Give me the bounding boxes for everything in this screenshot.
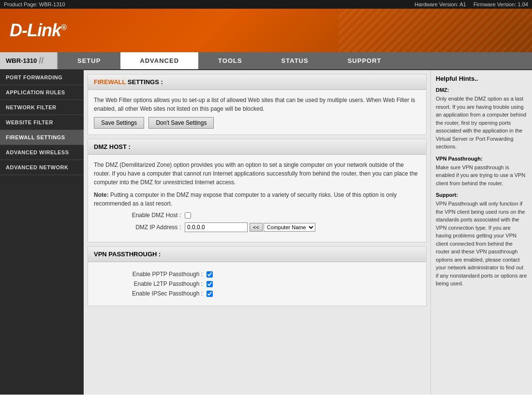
firewall-section-body: The Web Filter options allows you to set… — [88, 90, 426, 134]
ipsec-row: Enable IPSec Passthough : — [94, 290, 420, 297]
dmz-arrow-button[interactable]: << — [250, 223, 263, 232]
ipsec-checkbox[interactable] — [207, 291, 213, 297]
vpn-section: VPN PASSTHROUGH : Enable PPTP Passthough… — [88, 246, 427, 306]
save-settings-button[interactable]: Save Settings — [94, 117, 144, 129]
product-label: Product Page: WBR-1310 — [4, 1, 65, 7]
firewall-description: The Web Filter options allows you to set… — [94, 96, 420, 113]
vpn-title: VPN PASSTHROUGH : — [94, 251, 161, 258]
model-divider: // — [39, 56, 44, 66]
dont-save-settings-button[interactable]: Don't Save Settings — [148, 117, 214, 129]
l2tp-checkbox[interactable] — [207, 281, 213, 287]
sidebar-item-network-filter[interactable]: NETWORK FILTER — [0, 100, 84, 115]
sidebar-item-application-rules[interactable]: APPLICATION RULES — [0, 85, 84, 100]
vpn-hint-heading: VPN Passthrough: — [436, 156, 527, 162]
tab-status[interactable]: STATUS — [262, 52, 328, 69]
tab-support[interactable]: SUPPORT — [328, 52, 532, 69]
dmz-section: DMZ HOST : The DMZ (Demilitarized Zone) … — [88, 139, 427, 242]
tab-tools[interactable]: TOOLS — [199, 52, 262, 69]
dmz-hint-text: Only enable the DMZ option as a last res… — [436, 95, 527, 151]
enable-dmz-row: Enable DMZ Host : — [94, 212, 420, 219]
dmz-note: Note: Putting a computer in the DMZ may … — [94, 191, 420, 208]
vpn-hint-text: Make sure VPN passthrough is enabled if … — [436, 163, 527, 188]
dmz-hint-heading: DMZ: — [436, 87, 527, 93]
note-label: Note: — [94, 192, 109, 198]
hardware-version: Hardware Version: A1 — [414, 1, 466, 7]
pptp-row: Enable PPTP Passthough : — [94, 271, 420, 278]
nav-tabs: WBR-1310 // SETUP ADVANCED TOOLS STATUS … — [0, 52, 532, 70]
top-bar: Product Page: WBR-1310 Hardware Version:… — [0, 0, 532, 9]
tab-advanced[interactable]: ADVANCED — [120, 52, 199, 69]
firewall-title-highlight: FIREWALL — [94, 78, 126, 86]
l2tp-row: Enable L2TP Passthough : — [94, 280, 420, 287]
dmz-note-text: Putting a computer in the DMZ may expose… — [94, 192, 397, 207]
sidebar-item-advanced-network[interactable]: ADVANCED NETWORK — [0, 160, 84, 175]
dmz-section-body: The DMZ (Demilitarized Zone) option prov… — [88, 155, 426, 242]
hints-panel: Helpful Hints.. DMZ: Only enable the DMZ… — [430, 70, 532, 395]
ipsec-label: Enable IPSec Passthough : — [113, 290, 203, 297]
firewall-title-rest: SETTINGS : — [126, 78, 163, 86]
vpn-section-header: VPN PASSTHROUGH : — [88, 247, 426, 262]
vpn-section-body: Enable PPTP Passthough : Enable L2TP Pas… — [88, 262, 426, 306]
pptp-checkbox[interactable] — [207, 271, 213, 278]
enable-dmz-checkbox[interactable] — [185, 212, 191, 219]
content-area: FIREWALL SETTINGS : The Web Filter optio… — [84, 70, 430, 395]
computer-name-select[interactable]: Computer Name — [264, 223, 315, 232]
firewall-section-header: FIREWALL SETTINGS : — [88, 74, 426, 90]
dmz-section-header: DMZ HOST : — [88, 139, 426, 155]
support-hint-heading: Support: — [436, 192, 527, 198]
sidebar-item-port-forwarding[interactable]: PORT FORWARDING — [0, 70, 84, 85]
dmz-description: The DMZ (Demilitarized Zone) option prov… — [94, 161, 420, 187]
dmz-title: DMZ HOST : — [94, 143, 131, 150]
header: D-Link® — [0, 9, 532, 52]
enable-dmz-label: Enable DMZ Host : — [113, 212, 181, 219]
logo: D-Link® — [10, 20, 66, 41]
sidebar-item-advanced-wireless[interactable]: ADVANCED WIRELESS — [0, 145, 84, 160]
dmz-ip-input[interactable] — [185, 222, 248, 232]
model-label: WBR-1310 // — [0, 52, 58, 69]
version-info: Hardware Version: A1 Firmware Version: 1… — [414, 1, 528, 7]
sidebar: PORT FORWARDING APPLICATION RULES NETWOR… — [0, 70, 84, 395]
sidebar-item-firewall-settings[interactable]: FIREWALL SETTINGS — [0, 130, 84, 145]
sidebar-item-website-filter[interactable]: WEBSITE FILTER — [0, 115, 84, 130]
main-layout: PORT FORWARDING APPLICATION RULES NETWOR… — [0, 70, 532, 395]
tab-setup[interactable]: SETUP — [58, 52, 120, 69]
dmz-ip-label: DMZ IP Address : — [113, 224, 181, 231]
firmware-version: Firmware Version: 1.04 — [473, 1, 528, 7]
support-hint-text: VPN Passthrough will only function if th… — [436, 200, 527, 288]
l2tp-label: Enable L2TP Passthough : — [113, 280, 203, 287]
firewall-buttons: Save Settings Don't Save Settings — [94, 117, 420, 129]
dmz-ip-row: DMZ IP Address : << Computer Name — [94, 222, 420, 232]
hints-title: Helpful Hints.. — [436, 75, 527, 82]
pptp-label: Enable PPTP Passthough : — [113, 271, 203, 278]
firewall-section: FIREWALL SETTINGS : The Web Filter optio… — [88, 74, 427, 135]
